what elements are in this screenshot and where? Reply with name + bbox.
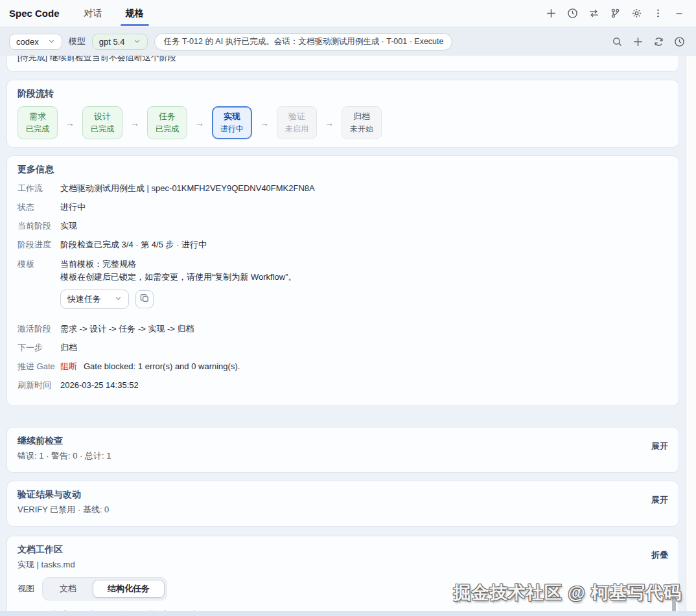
info-row-label: 刷新时间 [17,379,60,391]
model-select[interactable]: gpt 5.4 [92,34,148,50]
stage-status: 未开始 [350,124,373,135]
precheck-expand-link[interactable]: 展开 [651,435,668,452]
info-text: 需求 -> 设计 -> 任务 -> 实现 -> 归档 [60,324,194,334]
chevron-down-icon [133,37,141,47]
stage-status: 已完成 [91,124,114,135]
info-row-value: 阶段检查已完成 3/4 · 第 4/5 步 · 进行中 [60,238,207,251]
info-row-value: 需求 -> 设计 -> 任务 -> 实现 -> 归档 [60,323,194,336]
info-row: 工作流文档驱动测试用例生成 | spec-01KMFH2VEY9QEDNV40F… [17,182,668,195]
info-row-label: 阶段进度 [17,238,60,251]
info-rows: 工作流文档驱动测试用例生成 | spec-01KMFH2VEY9QEDNV40F… [17,182,668,393]
info-row: 刷新时间2026-03-25 14:35:52 [17,379,668,392]
info-row-label: 状态 [17,201,60,213]
info-row: 阶段进度阶段检查已完成 3/4 · 第 4/5 步 · 进行中 [17,238,668,251]
template-control: 快速任务 [60,290,296,309]
stage-arrow-icon: → [325,118,334,128]
chevron-down-icon [115,293,122,306]
info-text: 2026-03-25 14:35:52 [60,380,139,390]
workspace-card: 文档工作区 实现 | tasks.md 折叠 视图 文档 结构化任务 T-001… [6,536,679,616]
verify-title: 验证结果与改动 [17,489,109,501]
info-row: 激活阶段需求 -> 设计 -> 任务 -> 实现 -> 归档 [17,323,668,336]
precheck-summary: 错误: 1 · 警告: 0 · 总计: 1 [17,450,111,462]
stage-flow-card: 阶段流转 需求已完成→设计已完成→任务已完成→实现进行中→验证未启用→归档未开始 [6,80,679,148]
info-row-label: 推进 Gate [17,360,60,372]
tab-chat[interactable]: 对话 [82,0,105,27]
workspace-collapse-link[interactable]: 折叠 [651,544,668,561]
stage-arrow-icon: → [65,118,75,128]
info-text: 进行中 [60,202,86,212]
info-row: 状态进行中 [17,201,668,214]
stage-status: 已完成 [26,124,49,135]
info-row: 模板当前模板：完整规格模板在创建后已锁定，如需变更，请使用“复制为新 Workf… [17,258,668,317]
stage-status: 未启用 [285,124,308,135]
precheck-card: 继续前检查 错误: 1 · 警告: 0 · 总计: 1 展开 [6,427,679,473]
gate-blocked-badge: 阻断 [60,361,77,371]
git-branch-icon[interactable] [607,6,623,21]
verify-expand-link[interactable]: 展开 [651,489,668,506]
info-row-value: 当前模板：完整规格模板在创建后已锁定，如需变更，请使用“复制为新 Workflo… [60,258,296,317]
swap-arrows-icon[interactable] [586,6,601,21]
app-title: Spec Code [9,8,60,19]
workspace-subtitle: 实现 | tasks.md [17,559,75,571]
stage-name: 归档 [353,111,370,122]
toolbar-icon-group [609,34,687,49]
search-icon[interactable] [609,34,625,49]
copy-icon [140,293,150,305]
info-text: 文档驱动测试用例生成 | spec-01KMFH2VEY9QEDNV40FMK2… [60,183,315,193]
stage-flow-title: 阶段流转 [17,88,668,100]
precheck-title: 继续前检查 [17,435,111,447]
copy-button[interactable] [135,290,154,308]
model-label: 模型 [69,36,86,47]
template-select[interactable]: 快速任务 [60,290,129,309]
more-info-title: 更多信息 [17,164,668,176]
history-clock-icon[interactable] [564,6,580,21]
stage-active-box[interactable]: 实现进行中 [212,106,252,139]
info-row-value: 阻断Gate blocked: 1 error(s) and 0 warning… [60,360,240,373]
minimize-icon[interactable] [671,6,687,21]
stage-disabled-box[interactable]: 验证未启用 [277,106,317,139]
info-text: 阶段检查已完成 3/4 · 第 4/5 步 · 进行中 [60,240,207,249]
stage-arrow-icon: → [260,118,269,128]
plus-icon[interactable] [630,34,645,49]
spec-toolbar: codex 模型 gpt 5.4 任务 T-012 的 AI 执行已完成。会话：… [0,27,696,56]
kebab-menu-icon[interactable] [650,6,666,21]
stage-name: 设计 [94,111,111,122]
clock-icon[interactable] [671,34,687,49]
info-row-value: 进行中 [60,201,86,214]
stage-done-box[interactable]: 任务已完成 [147,106,187,139]
info-row-value: 实现 [60,220,77,233]
info-row: 推进 Gate阻断Gate blocked: 1 error(s) and 0 … [17,360,668,373]
stage-done-box[interactable]: 需求已完成 [17,106,58,139]
stage-name: 任务 [159,111,176,122]
workspace-title: 文档工作区 [17,544,75,556]
info-row: 当前阶段实现 [17,220,668,233]
refresh-icon[interactable] [651,34,666,49]
stage-name: 实现 [224,111,240,122]
stage-arrow-icon: → [130,118,139,128]
view-tab-document[interactable]: 文档 [45,580,91,598]
info-row-value: 文档驱动测试用例生成 | spec-01KMFH2VEY9QEDNV40FMK2… [60,182,315,195]
app-header: Spec Code 对话 规格 [0,0,696,27]
page-scrollbar-track[interactable] [686,56,696,616]
info-row-label: 工作流 [17,182,60,194]
info-line: 当前模板：完整规格 [60,258,296,271]
view-segmented-control: 文档 结构化任务 [42,577,167,600]
gear-icon[interactable] [629,6,644,21]
stage-done-box[interactable]: 设计已完成 [82,106,122,139]
plus-icon[interactable] [543,6,559,21]
stage-row: 需求已完成→设计已完成→任务已完成→实现进行中→验证未启用→归档未开始 [17,106,668,139]
status-message: 任务 T-012 的 AI 执行已完成。会话：文档驱动测试用例生成 · T-00… [154,33,452,51]
stage-pending-box[interactable]: 归档未开始 [342,106,382,139]
view-label: 视图 [17,583,34,595]
notice-card: [待完成] 继续前检查当前不会阻断这个阶段 [6,56,679,72]
info-text: Gate blocked: 1 error(s) and 0 warning(s… [84,361,240,371]
chevron-down-icon [48,37,55,47]
info-row-label: 下一步 [17,341,60,354]
view-row: 视图 文档 结构化任务 [17,577,668,600]
tab-spec[interactable]: 规格 [123,0,146,27]
info-row-value: 归档 [60,341,77,354]
info-line: 模板在创建后已锁定，如需变更，请使用“复制为新 Workflow”。 [60,271,296,284]
info-row-label: 激活阶段 [17,323,60,335]
view-tab-structured-tasks[interactable]: 结构化任务 [93,580,165,598]
agent-select[interactable]: codex [9,34,62,50]
